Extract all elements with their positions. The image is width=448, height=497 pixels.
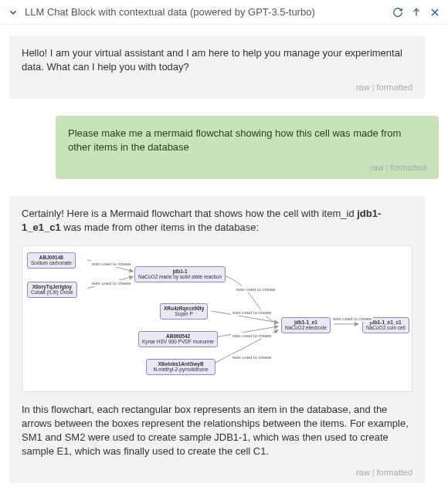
raw-link[interactable]: raw <box>356 83 370 92</box>
message-text: Please make me a mermaid flowchat showin… <box>68 127 426 154</box>
node-id: XRu4zRqecx90ty <box>164 306 204 311</box>
upload-icon[interactable] <box>411 7 422 18</box>
chat-area: Hello! I am your virtual assistant and I… <box>0 25 448 494</box>
node-id: jdb1-1_e1 <box>285 320 327 325</box>
refresh-icon[interactable] <box>392 7 403 18</box>
flowchart-node: X8wlobs1AntGwyB N-methyl-2-pyrrolidinone <box>146 359 216 375</box>
edge-label: was used to create <box>235 286 277 292</box>
node-label: Super P <box>164 311 204 316</box>
flowchart-node: jdb1-1 NaCoO2 made by solid state reacti… <box>134 266 226 282</box>
intro-text: Certainly! Here is a Mermaid flowchart t… <box>22 208 357 219</box>
block-title: LLM Chat Block with contextual data (pow… <box>25 6 386 18</box>
user-message: Please make me a mermaid flowchat showin… <box>56 116 439 179</box>
node-label: Cobalt (II,III) Oxide <box>31 289 73 295</box>
node-label: NaCoO2 made by solid state reaction <box>138 274 222 279</box>
node-label: N-methyl-2-pyrrolidinone <box>150 367 212 372</box>
message-meta: raw|formatted <box>22 82 412 93</box>
node-label: NaCoO2 coin cell <box>366 325 406 330</box>
formatted-link[interactable]: formatted <box>377 468 412 477</box>
edge-label: was used to create <box>231 333 273 339</box>
node-id: X0oryTqJerIgtoy <box>31 284 73 289</box>
formatted-link[interactable]: formatted <box>391 163 426 172</box>
node-label: Sodium carbonate <box>31 260 72 265</box>
flowchart-node: XRu4zRqecx90ty Super P <box>160 303 208 320</box>
node-label: Kynar HSV 900 PVDF monomer <box>142 339 214 344</box>
edge-label: was used to create <box>231 309 273 316</box>
flowchart-node: X0oryTqJerIgtoy Cobalt (II,III) Oxide <box>27 282 77 298</box>
node-id: jdb1-1 <box>138 269 222 274</box>
raw-link[interactable]: raw <box>356 468 370 477</box>
message-explanation: In this flowchart, each rectangular box … <box>22 403 412 459</box>
flowchart-node: jdb1-1_e1 NaCoO2 electrode <box>281 317 331 333</box>
message-meta: raw|formatted <box>22 467 412 478</box>
formatted-link[interactable]: formatted <box>377 83 412 92</box>
intro-text-end: was made from other items in the databas… <box>61 221 260 233</box>
node-label: NaCoO2 electrode <box>285 325 327 330</box>
assistant-message: Certainly! Here is a Mermaid flowchart t… <box>9 196 425 484</box>
node-id: ABJ09148 <box>31 255 72 260</box>
edge-label: was used to create <box>90 280 132 286</box>
message-meta: raw|formatted <box>68 162 426 174</box>
collapse-icon[interactable] <box>8 7 19 18</box>
block-header: LLM Chat Block with contextual data (pow… <box>0 0 448 25</box>
mermaid-flowchart: ABJ09148 Sodium carbonate X0oryTqJerIgto… <box>22 245 412 392</box>
edge-label: was used to create <box>331 316 373 322</box>
node-id: X8wlobs1AntGwyB <box>150 361 212 367</box>
flowchart-node: ABJ09148 Sodium carbonate <box>27 252 76 269</box>
raw-link[interactable]: raw <box>370 163 384 172</box>
message-text: Hello! I am your virtual assistant and I… <box>22 46 412 74</box>
edge-label: was used to create <box>90 261 132 267</box>
edge-label: was used to create <box>231 354 273 360</box>
node-id: AB060542 <box>142 333 214 339</box>
assistant-message: Hello! I am your virtual assistant and I… <box>9 36 425 99</box>
flowchart-node: AB060542 Kynar HSV 900 PVDF monomer <box>138 331 218 347</box>
message-intro: Certainly! Here is a Mermaid flowchart t… <box>22 207 412 235</box>
header-actions <box>392 7 440 18</box>
close-icon[interactable] <box>429 7 440 18</box>
